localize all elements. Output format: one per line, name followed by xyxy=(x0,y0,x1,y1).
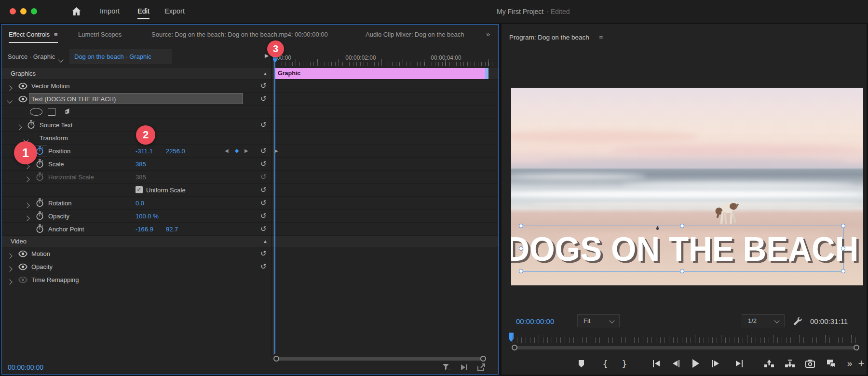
expander-icon[interactable] xyxy=(25,197,29,205)
add-button-button[interactable]: + xyxy=(855,358,867,369)
text-selection-box[interactable]: DOGS ON THE BEACH xyxy=(521,226,844,272)
expander-icon[interactable] xyxy=(8,273,12,282)
panel-tab-source[interactable]: Source: Dog on the beach: Dog on the bea… xyxy=(151,31,328,38)
expander-icon[interactable] xyxy=(17,119,21,127)
property-value[interactable]: 2256.0 xyxy=(166,148,185,155)
program-monitor-title[interactable]: Program: Dog on the beach xyxy=(509,34,589,41)
mark-out-button[interactable]: } xyxy=(619,358,630,369)
panel-tab-lumetri-scopes[interactable]: Lumetri Scopes xyxy=(78,31,122,38)
timeline-horizontal-scrollbar[interactable] xyxy=(274,357,485,361)
add-remove-keyframe-icon[interactable]: ◆ xyxy=(235,148,239,154)
eye-visibility-toggle-icon[interactable] xyxy=(18,263,28,272)
scrollbar-left-handle[interactable] xyxy=(273,356,279,362)
home-icon[interactable] xyxy=(71,7,81,18)
reset-parameter-icon[interactable]: ↺ xyxy=(260,160,267,168)
eye-visibility-toggle-icon[interactable] xyxy=(18,95,28,105)
panel-tab-effect-controls[interactable]: Effect Controls≡ xyxy=(9,31,58,38)
stopwatch-icon[interactable] xyxy=(27,120,35,132)
reset-parameter-icon[interactable]: ↺ xyxy=(260,225,267,233)
zoom-level-dropdown[interactable]: Fit xyxy=(577,314,620,327)
property-value[interactable]: 100.0 % xyxy=(136,213,159,220)
go-to-out-button[interactable] xyxy=(734,358,746,369)
reset-parameter-icon[interactable]: ↺ xyxy=(260,249,267,258)
expander-icon[interactable] xyxy=(25,171,29,179)
reset-parameter-icon[interactable]: ↺ xyxy=(260,81,267,90)
expander-icon[interactable] xyxy=(8,93,12,101)
reset-parameter-icon[interactable]: ↺ xyxy=(260,94,267,103)
program-timecode[interactable]: 00:00:00:00 xyxy=(516,317,554,325)
program-ruler[interactable] xyxy=(513,337,858,343)
stopwatch-icon[interactable] xyxy=(36,224,44,236)
property-value[interactable]: 385 xyxy=(136,174,146,181)
step-forward-button[interactable] xyxy=(709,358,721,369)
program-zoom-scrollbar[interactable] xyxy=(513,346,858,349)
property-value[interactable]: 0.0 xyxy=(136,200,144,207)
panel-menu-icon[interactable]: ≡ xyxy=(599,34,603,41)
zoombar-left-handle[interactable] xyxy=(512,345,517,350)
expander-icon[interactable] xyxy=(24,132,28,140)
play-in-to-out-icon[interactable] xyxy=(459,363,469,372)
reset-parameter-icon[interactable]: ↺ xyxy=(260,186,267,194)
eye-visibility-toggle-icon[interactable] xyxy=(18,250,28,259)
selection-handle[interactable] xyxy=(841,269,845,273)
stopwatch-icon[interactable] xyxy=(36,198,44,210)
reset-parameter-icon[interactable]: ↺ xyxy=(260,121,267,129)
tab-import[interactable]: Import xyxy=(100,7,120,15)
eye-visibility-toggle-icon[interactable] xyxy=(18,82,28,92)
selection-handle[interactable] xyxy=(680,224,684,228)
playback-resolution-dropdown[interactable]: 1/2 xyxy=(742,314,785,327)
add-marker-button[interactable] xyxy=(575,358,587,369)
selection-handle[interactable] xyxy=(841,246,845,251)
clip-out-point[interactable] xyxy=(485,68,488,79)
expander-icon[interactable] xyxy=(8,260,12,269)
ellipse-tool-icon[interactable] xyxy=(30,108,42,116)
property-value[interactable]: 92.7 xyxy=(166,226,178,233)
rectangle-tool-icon[interactable] xyxy=(48,108,55,116)
keyframe-marker-icon[interactable]: ▶ xyxy=(275,148,278,153)
lift-button[interactable] xyxy=(763,358,775,369)
filter-icon[interactable] xyxy=(442,363,451,372)
reset-parameter-icon[interactable]: ↺ xyxy=(260,199,267,207)
eye-visibility-toggle-icon[interactable] xyxy=(18,276,28,285)
stopwatch-icon[interactable] xyxy=(36,159,44,171)
property-value[interactable]: -311.1 xyxy=(136,148,153,155)
next-keyframe-icon[interactable]: ▶ xyxy=(244,148,248,153)
more-button[interactable]: » xyxy=(844,358,855,369)
minimize-window-button[interactable] xyxy=(20,8,27,14)
tab-edit[interactable]: Edit xyxy=(137,7,149,15)
reset-parameter-icon[interactable]: ↺ xyxy=(260,173,267,181)
property-value[interactable]: 385 xyxy=(136,161,146,168)
reset-parameter-icon[interactable]: ↺ xyxy=(260,262,267,271)
chevron-down-icon[interactable] xyxy=(58,57,63,62)
source-graphic-label[interactable]: Source · Graphic xyxy=(8,53,55,60)
pen-tool-icon[interactable] xyxy=(62,107,71,119)
comparison-view-button[interactable] xyxy=(826,358,837,369)
scrollbar-right-handle[interactable] xyxy=(480,356,486,362)
tab-overflow-chevron-icon[interactable]: » xyxy=(486,30,489,38)
panel-menu-icon[interactable]: ≡ xyxy=(54,31,58,38)
previous-keyframe-icon[interactable]: ◀ xyxy=(225,148,229,153)
uniform-scale-checkbox[interactable]: ✓ xyxy=(136,186,143,193)
selection-handle[interactable] xyxy=(680,269,684,273)
step-back-button[interactable] xyxy=(671,358,682,369)
go-to-in-button[interactable] xyxy=(650,358,662,369)
selection-handle[interactable] xyxy=(841,224,845,228)
settings-wrench-icon[interactable] xyxy=(792,316,802,328)
property-value[interactable]: -166.9 xyxy=(136,226,153,233)
selection-handle[interactable] xyxy=(519,224,523,228)
effect-controls-timecode[interactable]: 00:00:00:00 xyxy=(8,363,43,371)
zoombar-right-handle[interactable] xyxy=(854,345,859,350)
panel-tab-audio-clip-mixer[interactable]: Audio Clip Mixer: Dog on the beach xyxy=(366,31,464,38)
maximize-window-button[interactable] xyxy=(31,8,37,14)
expander-icon[interactable] xyxy=(25,210,29,218)
title-overlay-text[interactable]: DOGS ON THE BEACH xyxy=(529,226,836,271)
reset-parameter-icon[interactable]: ↺ xyxy=(260,147,267,155)
stopwatch-icon[interactable] xyxy=(36,172,44,184)
selection-handle[interactable] xyxy=(519,246,523,251)
close-window-button[interactable] xyxy=(10,8,16,14)
graphic-clip-bar[interactable]: Graphic xyxy=(274,68,487,79)
stopwatch-icon[interactable] xyxy=(36,211,44,223)
target-clip-link[interactable]: Dog on the beach · Graphic xyxy=(74,53,151,60)
export-frame-button[interactable] xyxy=(804,358,816,369)
play-button[interactable] xyxy=(690,358,702,369)
